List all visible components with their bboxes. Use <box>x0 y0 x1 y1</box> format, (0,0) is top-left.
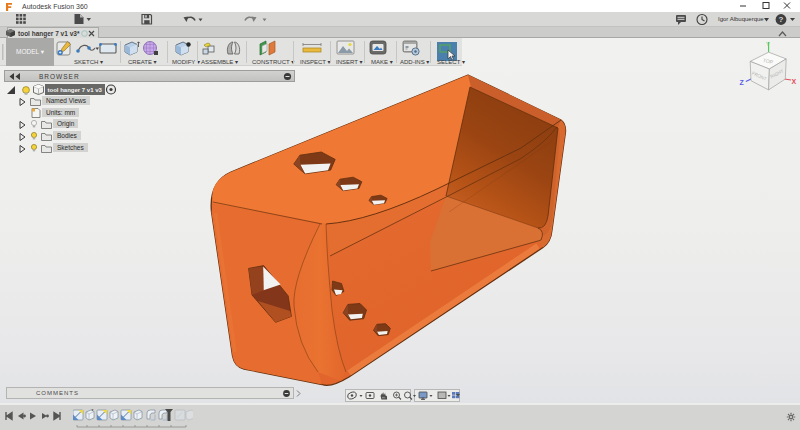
svg-text:tool hanger 7 v1 v3: tool hanger 7 v1 v3 <box>48 87 103 93</box>
svg-text:Z: Z <box>740 79 745 86</box>
svg-text:X: X <box>792 78 797 85</box>
